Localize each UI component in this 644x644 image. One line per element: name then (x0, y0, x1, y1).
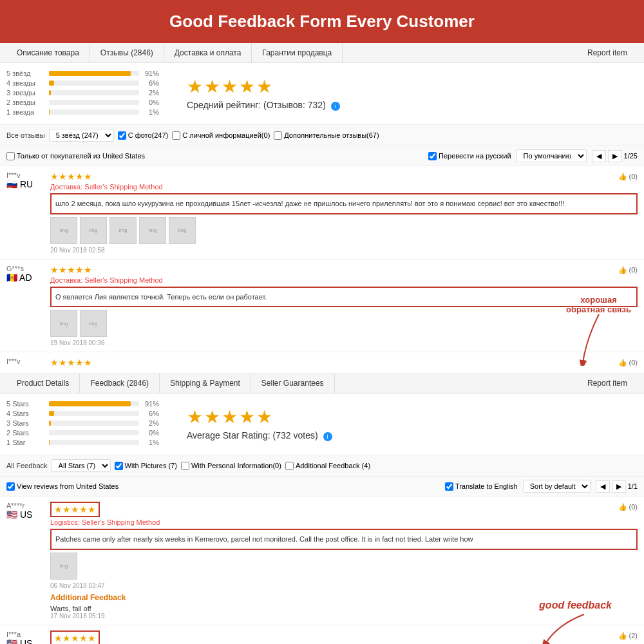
review-img[interactable]: img (139, 217, 166, 244)
top-translate-bar: Только от покупателей из United States П… (0, 146, 644, 166)
review-images-1: img img img img img (50, 217, 638, 244)
info-icon-ru[interactable]: i (331, 102, 340, 111)
all-feedback-ru[interactable]: Все отзывы (6, 131, 45, 139)
bottom-rating-label-1: 1 Star (6, 439, 45, 446)
additional-feedback-en[interactable]: Additional Feedback (4) (285, 462, 370, 470)
tab-reviews-ru[interactable]: Отзывы (2846) (90, 43, 164, 62)
review-img[interactable]: img (80, 217, 107, 244)
bottom-review-text-1: Patches came only after nearly six weeks… (50, 529, 638, 550)
top-page-nav: ◀ ▶ 1/25 (592, 150, 638, 162)
bottom-nav-tabs: Product Details Feedback (2846) Shipping… (0, 374, 644, 393)
personal-info-en[interactable]: With Personal Information(0) (181, 462, 281, 470)
rating-label-1: 1 звезда (6, 108, 45, 116)
translate-ru[interactable]: Перевести на русский (428, 152, 511, 160)
stars-filter-ru[interactable]: 5 звёзд (247) (49, 129, 114, 142)
header-banner: Good Feedback Form Every Customer (0, 0, 644, 43)
rating-bar-bg-5 (49, 71, 139, 76)
rating-label-3: 3 звезды (6, 89, 45, 97)
review-img[interactable]: img (80, 310, 107, 337)
tab-seller-guarantees-en[interactable]: Seller Guarantees (251, 374, 335, 393)
reviewer-id-1: I***v (6, 171, 45, 179)
bottom-page-nav: ◀ ▶ 1/1 (596, 480, 638, 493)
prev-page-btn-ru[interactable]: ◀ (592, 150, 606, 162)
rating-bar-fill-1 (49, 109, 50, 115)
rating-row-4: 4 звезды 6% (6, 79, 174, 87)
with-photos-ru[interactable]: С фото(247) (118, 131, 169, 140)
personal-info-ru[interactable]: С личной информацией(0) (172, 131, 270, 140)
bottom-rating-bar-bg-4 (49, 411, 139, 416)
bottom-rating-row-1: 1 Star 1% (6, 439, 174, 446)
rating-label-4: 4 звезды (6, 79, 45, 87)
review-text-2: О является Лия является точной. Теперь е… (50, 287, 638, 308)
tab-product-details[interactable]: Product Details (6, 374, 80, 393)
tab-report-ru[interactable]: Report item (577, 43, 638, 62)
bottom-right-controls: Translate to English Sort by default ◀ ▶… (445, 480, 638, 493)
rating-bar-bg-3 (49, 90, 139, 95)
review-img[interactable]: img (50, 553, 77, 580)
tab-guarantees-ru[interactable]: Гарантии продавца (252, 43, 343, 62)
tab-report-en[interactable]: Report item (577, 374, 638, 393)
review-img[interactable]: img (109, 217, 137, 244)
review-img[interactable]: img (50, 217, 77, 244)
rating-bar-bg-2 (49, 100, 139, 105)
prev-page-btn-en[interactable]: ◀ (596, 480, 610, 493)
bottom-translate-bar: View reviews from United States Translat… (0, 477, 644, 497)
tab-delivery-ru[interactable]: Доставка и оплата (164, 43, 252, 62)
stars-filter-en[interactable]: All Stars (7) (52, 459, 111, 472)
rating-bar-fill-5 (49, 71, 131, 76)
bottom-rating-pct-2: 0% (143, 429, 159, 437)
bottom-rating-label-4: 4 Stars (6, 410, 45, 417)
additional-reviews-ru[interactable]: Дополнительные отзывы(67) (274, 131, 379, 140)
bottom-filter-bar: All Feedback All Stars (7) With Pictures… (0, 455, 644, 477)
annotation-en: good feedback (539, 600, 612, 644)
bottom-rating-pct-5: 91% (143, 400, 159, 408)
review-img[interactable]: img (169, 217, 196, 244)
review-date-2: 19 Nov 2018 00:36 (50, 339, 638, 346)
reviewer-info-1: I***v 🇷🇺 RU ★★★★★ Доставка: Seller's Shi… (6, 171, 638, 254)
info-icon-en[interactable]: i (323, 432, 332, 441)
top-review-1: I***v 🇷🇺 RU ★★★★★ Доставка: Seller's Shi… (0, 166, 644, 260)
review-date-1: 20 Nov 2018 02:58 (50, 247, 638, 254)
bottom-page-indicator: 1/1 (628, 482, 638, 490)
review-img[interactable]: img (50, 310, 77, 337)
review-content-3: ★★★★★ (50, 357, 638, 368)
sort-ru[interactable]: По умолчанию (516, 149, 587, 162)
review-images-2: img img (50, 310, 638, 337)
all-feedback-en[interactable]: All Feedback (6, 462, 48, 469)
rating-bar-bg-4 (49, 80, 139, 86)
top-review-2: G***s 🇦🇩 AD ★★★★★ Доставка: Seller's Shi… (0, 260, 644, 353)
top-review-3: I***v ★★★★★ 👍 (0) (0, 352, 644, 374)
next-page-btn-ru[interactable]: ▶ (608, 150, 622, 162)
with-photos-en[interactable]: With Pictures (7) (115, 462, 177, 470)
circled-stars-1: ★★★★★ (50, 502, 100, 517)
reviewer-id-3: I***v (6, 357, 45, 365)
bottom-rating-row-3: 3 Stars 2% (6, 419, 174, 427)
tab-shipping-en[interactable]: Shipping & Payment (160, 374, 251, 393)
sort-en[interactable]: Sort by default (523, 480, 591, 493)
next-page-btn-en[interactable]: ▶ (612, 480, 626, 493)
thumbs-up-icon-1[interactable]: 👍 (0) (618, 173, 638, 180)
top-rating-summary: ★★★★★ Средний рейтинг: (Отзывов: 732) i (174, 70, 638, 118)
review-content-2: ★★★★★ Доставка: Seller's Shipping Method… (50, 265, 638, 347)
thumbs-up-icon-b2[interactable]: 👍 (2) (618, 632, 638, 639)
tab-description-ru[interactable]: Описание товара (6, 43, 90, 62)
bottom-rating-row-5: 5 Stars 91% (6, 400, 174, 408)
reviewer-info-3: I***v ★★★★★ 👍 (0) (6, 357, 638, 368)
tab-feedback-en[interactable]: Feedback (2846) (80, 374, 160, 393)
rating-row-1: 1 звезда 1% (6, 108, 174, 116)
thumbs-up-icon-b1[interactable]: 👍 (0) (618, 503, 638, 511)
from-us-en[interactable]: View reviews from United States (6, 482, 118, 491)
from-us-ru[interactable]: Только от покупателей из United States (6, 152, 145, 160)
bottom-rating-pct-3: 2% (143, 419, 159, 427)
top-stars-display: ★★★★★ (187, 76, 625, 97)
bottom-avg-text: Average Star Rating: (732 votes) i (187, 430, 625, 441)
thumbs-up-icon-2[interactable]: 👍 (0) (618, 266, 638, 274)
reviewer-flag-1: 🇷🇺 RU (6, 179, 45, 189)
annotation-ru: хорошаяобратная связь (566, 295, 631, 366)
annotation-arrow-en (539, 611, 591, 644)
bottom-rating-summary: ★★★★★ Average Star Rating: (732 votes) i (174, 400, 638, 448)
bottom-rating-bar-fill-1 (49, 440, 50, 445)
reviewer-info-2: G***s 🇦🇩 AD ★★★★★ Доставка: Seller's Shi… (6, 265, 638, 347)
translate-en[interactable]: Translate to English (445, 482, 518, 491)
review-logistics-2: Доставка: Seller's Shipping Method (50, 276, 638, 284)
